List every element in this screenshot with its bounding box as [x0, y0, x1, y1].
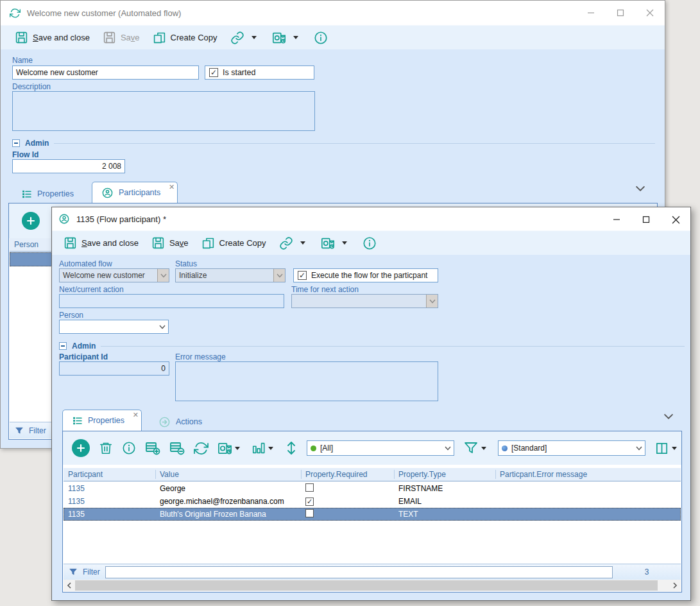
- titlebar-flow-participant[interactable]: 1135 (Flow participant) *: [52, 207, 690, 230]
- minimize-button[interactable]: [602, 207, 631, 232]
- save-and-close-button[interactable]: Save and close: [58, 234, 144, 252]
- outlook-dropdown-button[interactable]: [316, 234, 355, 253]
- toolbar: Save and close Save Create Copy: [52, 230, 690, 255]
- table-row[interactable]: 1135george.michael@frozenbanana.comEMAIL: [64, 495, 681, 508]
- delete-button[interactable]: [99, 441, 113, 455]
- row-height-button[interactable]: [285, 440, 298, 456]
- outlook-dropdown-button[interactable]: [218, 441, 243, 456]
- flow-id-input[interactable]: [12, 159, 125, 173]
- minimize-button[interactable]: [576, 1, 606, 25]
- chevron-down-icon: [442, 441, 454, 455]
- name-input[interactable]: [12, 65, 199, 80]
- outlook-dropdown-button[interactable]: [267, 28, 306, 48]
- save-button[interactable]: Save: [146, 234, 194, 252]
- save-icon: [151, 236, 165, 250]
- remove-record-button[interactable]: [169, 440, 185, 456]
- create-copy-button[interactable]: Create Copy: [148, 28, 223, 47]
- tab-properties[interactable]: Properties: [12, 185, 83, 203]
- status-value: Initialize: [176, 269, 273, 282]
- admin-group-header[interactable]: Admin: [59, 342, 685, 351]
- error-message-input[interactable]: [175, 361, 438, 401]
- grid-filter-input[interactable]: [105, 566, 613, 578]
- close-button[interactable]: [661, 207, 690, 232]
- cell-required: [301, 483, 394, 494]
- refresh-button[interactable]: [194, 441, 209, 456]
- close-button[interactable]: [635, 1, 665, 25]
- columns-dropdown-button[interactable]: [654, 441, 679, 456]
- participant-icon: [101, 187, 114, 199]
- create-copy-label: Create Copy: [219, 238, 266, 248]
- tab-close-icon[interactable]: ✕: [133, 411, 139, 419]
- chevron-down-icon: [268, 447, 273, 450]
- cell-type: FIRSTNAME: [394, 484, 495, 493]
- is-started-checkbox[interactable]: [209, 68, 218, 77]
- time-next-action-dropdown[interactable]: [291, 294, 438, 308]
- description-label: Description: [12, 82, 51, 91]
- save-button[interactable]: Save: [98, 28, 145, 47]
- automated-flow-dropdown[interactable]: Welcome new customer: [59, 268, 169, 282]
- info-button[interactable]: [357, 234, 382, 253]
- column-error-message[interactable]: Particpant.Error message: [495, 468, 681, 481]
- copy-icon: [201, 236, 215, 250]
- collapse-icon[interactable]: [59, 342, 67, 350]
- table-row[interactable]: 1135GeorgeFIRSTNAME: [64, 482, 681, 495]
- tab-properties[interactable]: Properties ✕: [62, 410, 142, 431]
- is-started-label: Is started: [223, 68, 255, 77]
- link-dropdown-button[interactable]: [274, 234, 313, 253]
- horizontal-scrollbar[interactable]: [64, 580, 681, 591]
- view-selector-dropdown[interactable]: [All]: [307, 440, 454, 456]
- link-icon: [279, 236, 293, 250]
- required-checkbox[interactable]: [305, 483, 314, 492]
- link-dropdown-button[interactable]: [225, 28, 264, 48]
- maximize-button[interactable]: [606, 1, 635, 25]
- create-copy-button[interactable]: Create Copy: [196, 234, 271, 252]
- chevron-down-icon: [672, 447, 677, 450]
- save-and-close-button[interactable]: Save and close: [10, 28, 95, 47]
- execute-flow-checkbox[interactable]: [298, 271, 307, 280]
- add-record-button[interactable]: [145, 440, 160, 456]
- cell-particpant: 1135: [64, 497, 155, 506]
- window-title: 1135 (Flow participant) *: [76, 214, 166, 224]
- column-property-type[interactable]: Property.Type: [394, 468, 495, 481]
- next-action-input[interactable]: [59, 294, 284, 308]
- add-participant-button[interactable]: [22, 212, 40, 230]
- required-checkbox[interactable]: [305, 498, 314, 506]
- status-dropdown[interactable]: Initialize: [175, 268, 286, 282]
- is-started-checkbox-field[interactable]: Is started: [205, 65, 314, 80]
- cell-particpant: 1135: [64, 510, 155, 519]
- execute-flow-checkbox-field[interactable]: Execute the flow for the particpant: [293, 268, 438, 282]
- info-button[interactable]: [122, 441, 136, 455]
- chevron-down-icon: [157, 269, 169, 282]
- info-button[interactable]: [309, 28, 333, 48]
- chevron-down-icon: [293, 36, 298, 39]
- scrollbar-thumb[interactable]: [75, 580, 658, 591]
- column-particpant[interactable]: Particpant: [64, 468, 155, 481]
- collapse-tabs-chevron-icon[interactable]: [633, 184, 647, 194]
- table-row[interactable]: 1135Bluth's Original Frozen BananaTEXT: [64, 508, 681, 521]
- collapse-icon[interactable]: [12, 139, 20, 147]
- add-row-button[interactable]: [72, 439, 90, 457]
- collapse-tabs-chevron-icon[interactable]: [662, 411, 676, 422]
- admin-group-header[interactable]: Admin: [12, 139, 655, 148]
- column-property-required[interactable]: Property.Required: [301, 468, 394, 481]
- chart-dropdown-button[interactable]: [252, 441, 276, 455]
- chevron-down-icon: [300, 241, 305, 245]
- arrow-circle-icon: [158, 416, 171, 428]
- save-icon: [64, 236, 77, 250]
- layout-selector-value: [Standard]: [499, 441, 633, 455]
- required-checkbox[interactable]: [305, 509, 314, 517]
- participant-id-input[interactable]: [59, 361, 169, 376]
- person-dropdown[interactable]: [59, 320, 169, 334]
- column-value[interactable]: Value: [155, 468, 301, 481]
- maximize-button[interactable]: [631, 207, 661, 232]
- tab-actions[interactable]: Actions: [149, 413, 211, 431]
- grid-filter-bar: Filter 3: [64, 564, 681, 580]
- tab-participants[interactable]: Participants ✕: [92, 182, 178, 203]
- description-input[interactable]: [12, 91, 315, 131]
- layout-selector-dropdown[interactable]: [Standard]: [498, 440, 645, 456]
- tab-close-icon[interactable]: ✕: [169, 184, 175, 191]
- titlebar-automated-flow[interactable]: Welcome new customer (Automated flow): [1, 1, 665, 25]
- scroll-right-icon[interactable]: [669, 580, 681, 591]
- filter-dropdown-button[interactable]: [463, 440, 489, 456]
- scroll-left-icon[interactable]: [64, 580, 75, 591]
